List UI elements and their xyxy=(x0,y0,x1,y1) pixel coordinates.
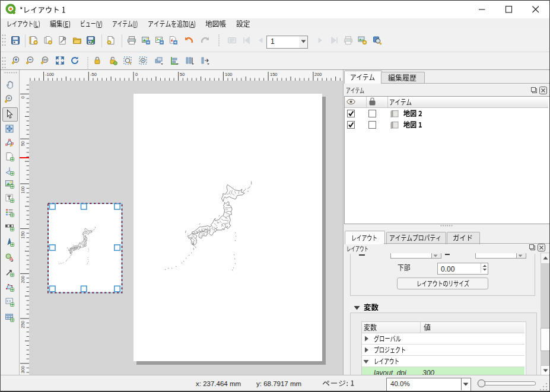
svg-text:250: 250 xyxy=(20,321,26,329)
svg-text:200: 200 xyxy=(314,72,322,77)
svg-text:0: 0 xyxy=(20,96,26,98)
svg-text:50: 50 xyxy=(180,72,185,77)
svg-text:-50: -50 xyxy=(90,72,97,77)
svg-text:50: 50 xyxy=(20,141,26,146)
svg-text:0: 0 xyxy=(135,72,138,77)
svg-text:100: 100 xyxy=(20,186,26,194)
svg-text:100: 100 xyxy=(225,72,233,77)
svg-text:150: 150 xyxy=(270,72,278,77)
svg-text:200: 200 xyxy=(20,276,26,283)
svg-text:-100: -100 xyxy=(45,72,54,77)
svg-text:300: 300 xyxy=(20,366,26,374)
svg-text:150: 150 xyxy=(20,231,26,239)
